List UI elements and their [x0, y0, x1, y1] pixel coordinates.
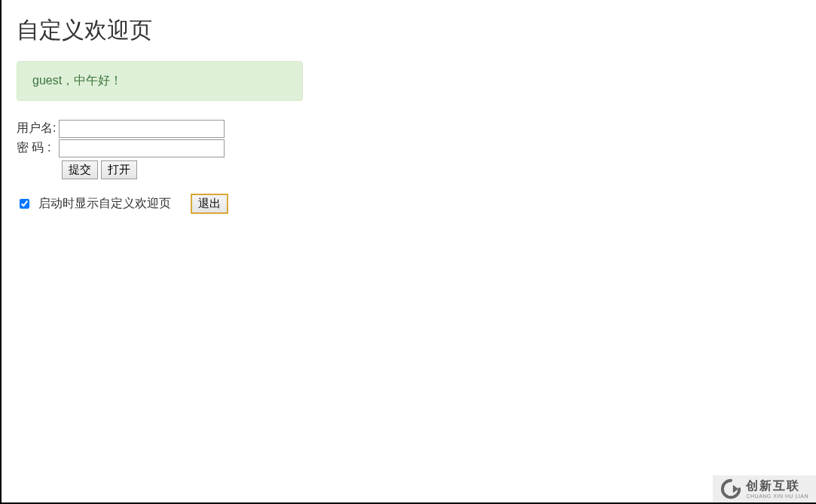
username-input[interactable]: [59, 120, 225, 138]
password-input[interactable]: [59, 139, 225, 157]
watermark: 创新互联 CHUANG XIN HU LIAN: [713, 475, 816, 502]
show-welcome-checkbox[interactable]: [20, 199, 29, 209]
password-row: 密 码 :: [17, 139, 801, 157]
password-label: 密 码 :: [17, 140, 59, 156]
username-row: 用户名:: [17, 120, 801, 138]
form-buttons: 提交 打开: [62, 160, 801, 179]
show-welcome-label: 启动时显示自定义欢迎页: [38, 197, 171, 209]
welcome-alert: guest，中午好！: [17, 61, 303, 101]
watermark-text: 创新互联 CHUANG XIN HU LIAN: [746, 480, 808, 499]
watermark-brand-en: CHUANG XIN HU LIAN: [746, 493, 808, 499]
submit-button[interactable]: 提交: [62, 160, 98, 179]
watermark-logo-icon: [720, 478, 741, 499]
username-label: 用户名:: [17, 121, 59, 136]
watermark-brand-cn: 创新互联: [746, 480, 808, 492]
exit-button[interactable]: 退出: [191, 194, 228, 213]
open-button[interactable]: 打开: [101, 160, 137, 179]
options-row: 启动时显示自定义欢迎页 退出: [17, 194, 801, 213]
page-title: 自定义欢迎页: [17, 15, 801, 46]
welcome-message: guest，中午好！: [32, 74, 122, 87]
